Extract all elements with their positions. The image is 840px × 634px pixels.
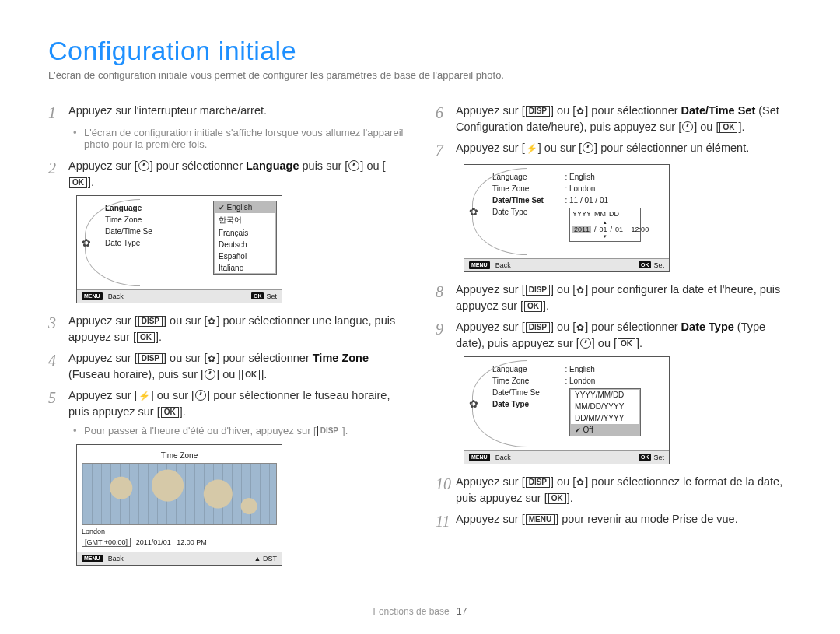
value-text: 11 / 01 / 01 [569, 196, 661, 205]
option-item[interactable]: Español [214, 250, 276, 262]
step-10: 10 Appuyez sur [DISP] ou [✿] pour sélect… [436, 474, 792, 506]
step-number: 8 [436, 282, 456, 314]
set-label[interactable]: Set [266, 292, 277, 300]
timer-icon [682, 121, 693, 132]
option-item[interactable]: English [214, 201, 276, 213]
back-label[interactable]: Back [108, 292, 124, 300]
flower-icon: ✿ [576, 105, 584, 118]
step-number: 10 [436, 474, 456, 506]
ok-icon: OK [618, 338, 635, 349]
bullet-text: Pour passer à l'heure d'été ou d'hiver, … [84, 425, 348, 436]
datetime-editor[interactable]: YYYYMMDD ▴ 2011/01/01 12:00 ▾ [569, 208, 641, 242]
back-label[interactable]: Back [495, 454, 511, 461]
flower-icon: ✿ [208, 315, 215, 328]
value-text: English [569, 173, 661, 181]
timer-icon [138, 160, 149, 171]
step-3: 3 Appuyez sur [DISP] ou sur [✿] pour sél… [48, 313, 404, 345]
step-text: Appuyez sur [DISP] ou sur [✿] pour sélec… [68, 313, 404, 345]
ok-icon: OK [524, 301, 542, 312]
step-text: Appuyez sur l'interrupteur marche/arret. [68, 103, 267, 122]
disp-icon: DISP [526, 285, 550, 296]
set-label[interactable]: Set [653, 261, 664, 269]
step-text: Appuyez sur [DISP] ou sur [✿] pour sélec… [68, 350, 404, 383]
value-list: :English :London :11 / 01 / 01 YYYYMMDD … [563, 165, 661, 258]
step-text: Appuyez sur [] pour sélectionner Languag… [68, 158, 404, 191]
ok-icon: OK [719, 122, 737, 133]
back-label[interactable]: Back [108, 555, 124, 562]
option-item[interactable]: Italiano [214, 262, 276, 274]
flower-icon: ✿ [576, 321, 584, 335]
menu-icon: MENU [469, 454, 490, 461]
screen-datetime: ✿ Language Time Zone Date/Time Set Date … [464, 164, 670, 272]
screen-datetype: ✿ Language Time Zone Date/Time Se Date T… [464, 356, 670, 464]
menu-icon: MENU [526, 514, 555, 525]
value-text: English [569, 365, 661, 373]
datetype-options: YYYY/MM/DD MM/DD/YYYY DD/MM/YYYY Off [569, 388, 641, 436]
step-number: 11 [436, 511, 456, 531]
option-item[interactable]: Deutsch [214, 239, 276, 250]
option-item[interactable]: Français [214, 227, 276, 239]
step-text: Appuyez sur [DISP] ou [✿] pour sélection… [456, 319, 792, 352]
step-1: 1 Appuyez sur l'interrupteur marche/arre… [48, 103, 404, 122]
step-number: 2 [48, 158, 68, 191]
step-text: Appuyez sur [DISP] ou [✿] pour sélection… [456, 103, 792, 135]
option-item[interactable]: DD/MM/YYYY [570, 412, 640, 424]
date-label: 2011/01/01 [136, 538, 171, 546]
gear-icon: ✿ [82, 236, 91, 249]
decorative-arc [472, 168, 527, 255]
step-text: Appuyez sur [DISP] ou [✿] pour configure… [456, 282, 792, 314]
bolt-icon: ⚡ [138, 390, 150, 403]
value-text: London [569, 377, 661, 385]
time-label: 12:00 PM [177, 538, 207, 546]
step-11: 11 Appuyez sur [MENU] pour revenir au mo… [436, 511, 792, 531]
ok-icon: OK [639, 261, 652, 268]
timer-icon [583, 142, 593, 153]
bolt-icon: ⚡ [526, 142, 537, 156]
disp-icon: DISP [317, 426, 341, 436]
ok-icon: OK [137, 332, 155, 343]
step-1-bullet: • L'écran de configuration initiale s'af… [73, 127, 404, 150]
step-7: 7 Appuyez sur [⚡] ou sur [] pour sélecti… [436, 140, 792, 159]
footer-section: Fonctions de base [373, 606, 450, 617]
flower-icon: ✿ [576, 476, 584, 489]
decorative-arc [85, 199, 140, 286]
timer-icon [580, 338, 591, 349]
step-number: 5 [48, 387, 68, 420]
option-item[interactable]: YYYY/MM/DD [570, 389, 640, 401]
timer-icon [205, 369, 215, 380]
step-5: 5 Appuyez sur [⚡] ou sur [] pour sélecti… [48, 387, 404, 420]
page-intro: L'écran de configuration initiale vous p… [48, 69, 792, 81]
step-number: 3 [48, 313, 68, 345]
left-column: 1 Appuyez sur l'interrupteur marche/arre… [48, 98, 404, 575]
dst-label[interactable]: DST [263, 555, 277, 562]
step-text: Appuyez sur [MENU] pour revenir au mode … [456, 511, 738, 531]
step-number: 4 [48, 350, 68, 383]
menu-icon: MENU [82, 292, 103, 300]
world-map[interactable] [82, 463, 277, 525]
option-item[interactable]: 한국어 [214, 213, 276, 227]
right-column: 6 Appuyez sur [DISP] ou [✿] pour sélecti… [436, 98, 792, 575]
step-5-bullet: • Pour passer à l'heure d'été ou d'hiver… [73, 425, 404, 436]
value-text: London [569, 184, 661, 193]
option-item[interactable]: MM/DD/YYYY [570, 401, 640, 412]
set-label[interactable]: Set [653, 454, 664, 461]
step-number: 6 [436, 103, 456, 135]
gear-icon: ✿ [469, 398, 478, 410]
option-item[interactable]: Off [570, 424, 640, 436]
ok-icon: OK [251, 292, 264, 299]
screen-title: Time Zone [82, 450, 277, 463]
back-label[interactable]: Back [495, 261, 511, 269]
step-text: Appuyez sur [⚡] ou sur [] pour sélection… [68, 387, 404, 420]
language-options: English 한국어 Français Deutsch Español Ita… [213, 201, 277, 275]
value-list: :English :London YYYY/MM/DD MM/DD/YYYY D… [563, 357, 661, 450]
step-4: 4 Appuyez sur [DISP] ou sur [✿] pour sél… [48, 350, 404, 383]
step-text: Appuyez sur [DISP] ou [✿] pour sélection… [456, 474, 792, 506]
screen-language: ✿ Language Time Zone Date/Time Se Date T… [76, 195, 282, 303]
decorative-arc [472, 360, 527, 447]
step-2: 2 Appuyez sur [] pour sélectionner Langu… [48, 158, 404, 191]
step-number: 9 [436, 319, 456, 352]
step-number: 1 [48, 103, 68, 122]
ok-icon: OK [639, 454, 652, 461]
step-number: 7 [436, 140, 456, 159]
gear-icon: ✿ [469, 205, 478, 218]
